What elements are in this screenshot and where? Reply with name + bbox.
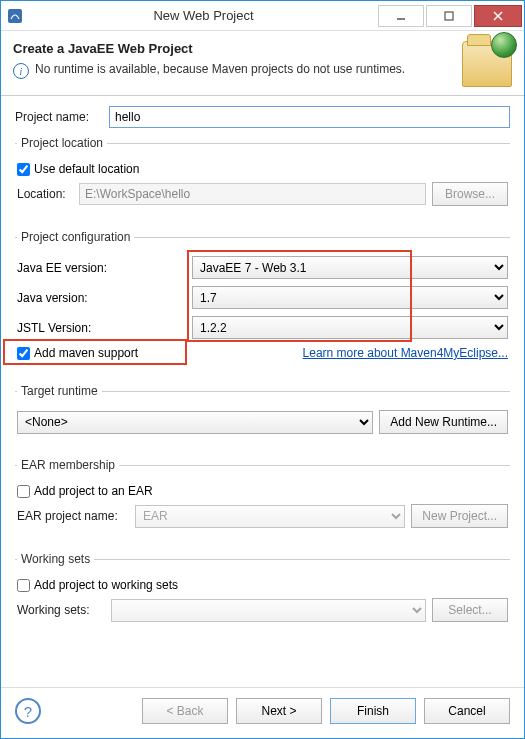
browse-button: Browse...: [432, 182, 508, 206]
info-icon: i: [13, 63, 29, 79]
finish-button[interactable]: Finish: [330, 698, 416, 724]
add-to-ear-checkbox[interactable]: [17, 485, 30, 498]
project-config-legend: Project configuration: [17, 230, 134, 244]
maven-learn-more-link[interactable]: Learn more about Maven4MyEclipse...: [303, 346, 508, 360]
ear-name-select: EAR: [135, 505, 405, 528]
close-button[interactable]: [474, 5, 522, 27]
jstl-version-select[interactable]: 1.2.2: [192, 316, 508, 339]
project-name-label: Project name:: [15, 110, 103, 124]
java-version-select[interactable]: 1.7: [192, 286, 508, 309]
use-default-location-checkbox[interactable]: [17, 163, 30, 176]
svg-rect-0: [8, 9, 22, 23]
svg-rect-2: [445, 12, 453, 20]
cancel-button[interactable]: Cancel: [424, 698, 510, 724]
working-sets-label: Working sets:: [17, 603, 105, 617]
ear-name-label: EAR project name:: [17, 509, 129, 523]
new-ear-project-button: New Project...: [411, 504, 508, 528]
target-runtime-legend: Target runtime: [17, 384, 102, 398]
add-runtime-button[interactable]: Add New Runtime...: [379, 410, 508, 434]
target-runtime-select[interactable]: <None>: [17, 411, 373, 434]
header-title: Create a JavaEE Web Project: [13, 41, 462, 56]
add-maven-label: Add maven support: [34, 346, 138, 360]
dialog-window: New Web Project Create a JavaEE Web Proj…: [0, 0, 525, 739]
working-sets-select: [111, 599, 426, 622]
javaee-version-select[interactable]: JavaEE 7 - Web 3.1: [192, 256, 508, 279]
project-location-legend: Project location: [17, 136, 107, 150]
dialog-header: Create a JavaEE Web Project i No runtime…: [1, 31, 524, 95]
location-input: [79, 183, 426, 205]
use-default-location-label: Use default location: [34, 162, 139, 176]
add-to-working-sets-label: Add project to working sets: [34, 578, 178, 592]
titlebar: New Web Project: [1, 1, 524, 31]
project-name-input[interactable]: [109, 106, 510, 128]
working-sets-legend: Working sets: [17, 552, 94, 566]
add-maven-checkbox[interactable]: [17, 347, 30, 360]
add-to-ear-label: Add project to an EAR: [34, 484, 153, 498]
folder-globe-icon: [462, 41, 512, 87]
target-runtime-group: Target runtime <None> Add New Runtime...: [15, 384, 510, 448]
next-button[interactable]: Next >: [236, 698, 322, 724]
ear-group: EAR membership Add project to an EAR EAR…: [15, 458, 510, 542]
java-version-label: Java version:: [17, 291, 192, 305]
add-to-working-sets-checkbox[interactable]: [17, 579, 30, 592]
app-icon: [1, 8, 29, 24]
project-config-group: Project configuration Java EE version: J…: [15, 230, 510, 374]
header-info: No runtime is available, because Maven p…: [35, 62, 405, 76]
working-sets-group: Working sets Add project to working sets…: [15, 552, 510, 636]
button-bar: ? < Back Next > Finish Cancel: [1, 687, 524, 738]
content-area: Project name: Project location Use defau…: [1, 96, 524, 687]
window-title: New Web Project: [29, 8, 378, 23]
javaee-version-label: Java EE version:: [17, 261, 192, 275]
location-label: Location:: [17, 187, 73, 201]
back-button: < Back: [142, 698, 228, 724]
project-location-group: Project location Use default location Lo…: [15, 136, 510, 220]
working-sets-select-button: Select...: [432, 598, 508, 622]
ear-legend: EAR membership: [17, 458, 119, 472]
maximize-button[interactable]: [426, 5, 472, 27]
jstl-version-label: JSTL Version:: [17, 321, 192, 335]
minimize-button[interactable]: [378, 5, 424, 27]
help-icon[interactable]: ?: [15, 698, 41, 724]
